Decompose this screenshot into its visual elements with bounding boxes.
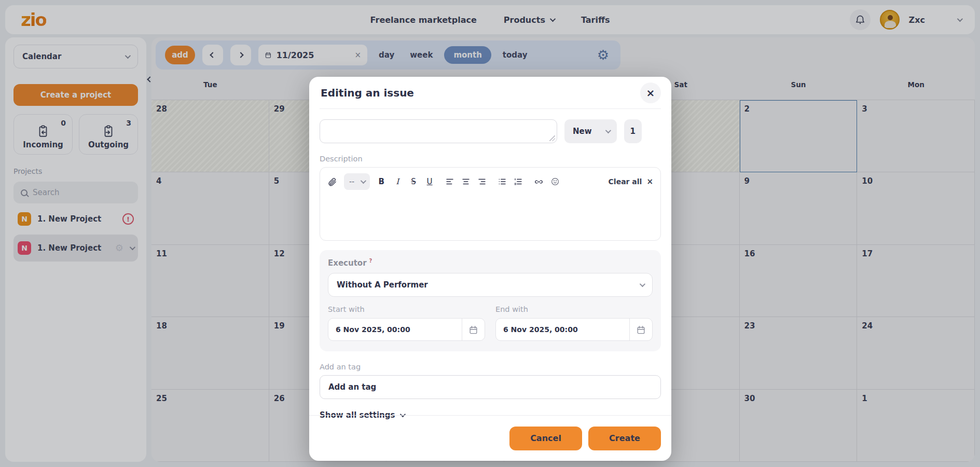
cancel-button[interactable]: Cancel: [509, 427, 582, 450]
font-size-select[interactable]: --: [344, 173, 370, 190]
bold-button[interactable]: B: [377, 177, 386, 186]
date-range-row: Start with 6 Nov 2025, 00:00 End with 6 …: [328, 305, 653, 341]
chevron-down-icon: [605, 128, 611, 133]
start-date-col: Start with 6 Nov 2025, 00:00: [328, 305, 485, 341]
tag-label: Add an tag: [320, 363, 661, 371]
issue-top-row: New 1: [320, 119, 661, 143]
clear-all-label: Clear all: [609, 177, 642, 186]
start-label: Start with: [328, 305, 485, 313]
executor-value: Without A Performer: [337, 280, 428, 290]
underline-button[interactable]: U: [425, 177, 434, 186]
clear-all-x-icon: ×: [646, 177, 653, 186]
status-value: New: [573, 127, 592, 136]
italic-button[interactable]: I: [393, 177, 402, 186]
calendar-icon: [468, 325, 478, 335]
modal-header: Editing an issue ×: [320, 77, 661, 109]
link-icon: [534, 177, 544, 187]
tag-input[interactable]: [320, 375, 661, 399]
strikethrough-button[interactable]: S: [409, 177, 418, 186]
executor-select[interactable]: Without A Performer: [328, 273, 653, 297]
chevron-down-icon: [640, 281, 645, 287]
executor-label: Executor: [328, 258, 367, 268]
ordered-list-button[interactable]: [514, 177, 523, 186]
emoji-button[interactable]: [550, 177, 560, 186]
end-date-col: End with 6 Nov 2025, 00:00: [495, 305, 653, 341]
end-date-field[interactable]: 6 Nov 2025, 00:00: [495, 318, 653, 341]
bullet-list-icon: [498, 177, 507, 186]
end-label: End with: [495, 305, 653, 313]
executor-label-row: Executor?: [328, 258, 653, 268]
editor-toolbar: -- B I S U: [327, 173, 653, 190]
chevron-down-icon: [361, 178, 366, 184]
start-date-field[interactable]: 6 Nov 2025, 00:00: [328, 318, 485, 341]
calendar-icon: [636, 325, 646, 335]
insert-link-button[interactable]: [534, 177, 544, 187]
align-left-icon: [445, 177, 454, 186]
attach-file-button[interactable]: [327, 177, 337, 187]
paperclip-icon: [327, 177, 337, 187]
emoji-icon: [550, 177, 560, 186]
end-date-value: 6 Nov 2025, 00:00: [496, 325, 629, 334]
bullet-list-button[interactable]: [498, 177, 507, 186]
align-right-icon: [477, 177, 487, 186]
description-label: Description: [320, 155, 661, 163]
issue-counter-badge: 1: [624, 119, 642, 143]
edit-issue-modal: Editing an issue × New 1 Description -- …: [309, 77, 671, 461]
calendar-picker-button[interactable]: [462, 319, 485, 340]
start-date-value: 6 Nov 2025, 00:00: [328, 325, 462, 334]
align-right-button[interactable]: [477, 177, 487, 186]
close-icon: ×: [646, 87, 655, 99]
ordered-list-icon: [514, 177, 523, 186]
create-button[interactable]: Create: [588, 427, 661, 450]
close-button[interactable]: ×: [640, 83, 661, 103]
font-size-value: --: [349, 177, 354, 186]
executor-hint-icon: ?: [369, 258, 372, 264]
modal-footer: Cancel Create: [309, 415, 671, 461]
align-center-button[interactable]: [461, 177, 471, 186]
calendar-picker-button[interactable]: [629, 319, 652, 340]
executor-panel: Executor? Without A Performer Start with…: [320, 250, 661, 351]
clear-all-button[interactable]: Clear all ×: [609, 177, 653, 186]
issue-name-input[interactable]: [320, 119, 557, 143]
align-left-button[interactable]: [445, 177, 454, 186]
align-center-icon: [461, 177, 471, 186]
status-select[interactable]: New: [564, 119, 617, 143]
description-editor[interactable]: -- B I S U: [320, 167, 661, 241]
modal-title: Editing an issue: [321, 87, 414, 99]
